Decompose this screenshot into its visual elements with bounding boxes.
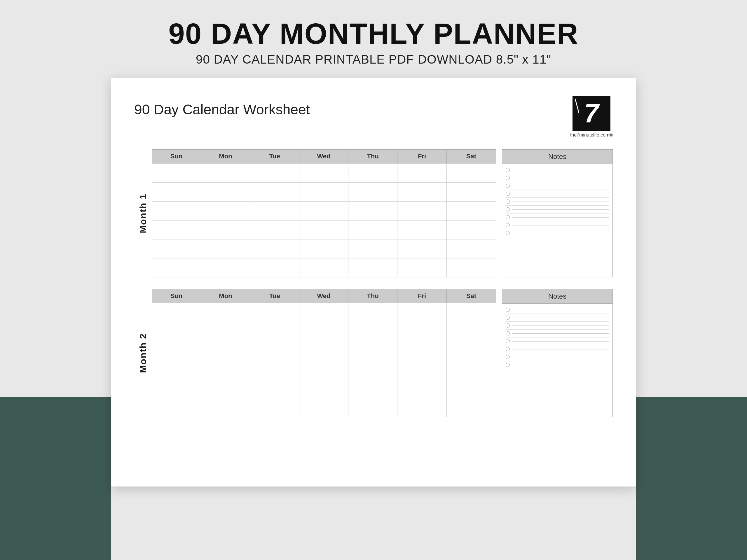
cal-cell [250, 164, 300, 182]
note-line-rule [512, 341, 609, 342]
cal-row [152, 258, 496, 277]
cal-cell [349, 398, 397, 417]
cal-cell [447, 360, 496, 379]
cal-cell [349, 220, 397, 239]
cal-cell [397, 164, 446, 182]
cal-cell [201, 322, 250, 341]
cal-cell [349, 239, 397, 258]
note-circle-icon [506, 347, 510, 351]
note-line-rule [512, 202, 609, 202]
cal-header-mon-2: Mon [201, 289, 250, 303]
month-2-label: Month 2 [138, 333, 149, 373]
cal-row [152, 182, 496, 201]
cal-body-1 [152, 163, 496, 277]
cal-cell [250, 303, 300, 322]
cal-cell [300, 303, 349, 322]
cal-cell [349, 322, 397, 341]
note-line [506, 329, 609, 338]
month-1-section: Month 1 Sun Mon Tue Wed Thu Fri Sat Note… [134, 149, 613, 277]
cal-header-sat-1: Sat [447, 150, 496, 163]
note-line [506, 306, 609, 314]
note-line-rule [512, 318, 609, 318]
cal-cell [397, 360, 446, 379]
month-2-notes: Notes [502, 289, 613, 417]
cal-cell [447, 259, 496, 277]
cal-cell [447, 239, 496, 258]
cal-cell [349, 341, 397, 360]
cal-row [152, 379, 496, 398]
note-line-rule [512, 349, 609, 349]
cal-cell [397, 183, 446, 201]
month-1-calendar: Sun Mon Tue Wed Thu Fri Sat [152, 149, 496, 277]
logo-sub: the7minutelife.com® [570, 132, 613, 138]
cal-cell [152, 322, 201, 341]
note-line-rule [512, 365, 609, 365]
cal-cell [152, 202, 201, 220]
note-line-rule [512, 194, 609, 194]
sub-title: 90 DAY CALENDAR PRINTABLE PDF DOWNLOAD 8… [169, 53, 578, 66]
cal-cell [397, 259, 446, 277]
cal-header-row-2: Sun Mon Tue Wed Thu Fri Sat [152, 289, 496, 303]
cal-cell [201, 202, 250, 220]
cal-cell [447, 183, 496, 201]
note-line [506, 361, 609, 369]
note-circle-icon [506, 192, 510, 196]
cal-cell [201, 239, 250, 258]
note-circle-icon [506, 316, 510, 320]
note-circle-icon [506, 199, 510, 204]
note-circle-icon [506, 339, 510, 343]
month-1-label-col: Month 1 [134, 149, 152, 277]
cal-cell [250, 183, 300, 201]
note-line-rule [512, 178, 609, 178]
note-circle-icon [506, 184, 510, 188]
cal-cell [349, 379, 397, 398]
cal-cell [201, 398, 250, 417]
note-line-rule [512, 209, 609, 210]
notes-body-2 [502, 303, 613, 417]
cal-cell [300, 164, 349, 182]
cal-row [152, 163, 496, 182]
note-line-rule [512, 325, 609, 326]
cal-cell [250, 259, 300, 277]
notes-body-1 [502, 164, 613, 277]
note-line [506, 322, 609, 329]
note-line [506, 229, 609, 237]
note-circle-icon [506, 215, 510, 219]
cal-cell [250, 379, 300, 398]
page-header: 90 DAY MONTHLY PLANNER 90 DAY CALENDAR P… [169, 0, 578, 78]
cal-cell [349, 202, 397, 220]
month-1-notes: Notes [502, 149, 613, 277]
paper: 90 Day Calendar Worksheet 7 the7minuteli… [111, 78, 636, 486]
cal-cell [447, 379, 496, 398]
note-line [506, 166, 609, 174]
cal-cell [300, 379, 349, 398]
note-circle-icon [506, 331, 510, 336]
note-line-rule [512, 233, 609, 233]
cal-cell [201, 259, 250, 277]
notes-header-2: Notes [502, 289, 613, 303]
cal-cell [201, 303, 250, 322]
cal-cell [397, 379, 446, 398]
notes-header-1: Notes [502, 149, 613, 164]
cal-cell [152, 379, 201, 398]
note-circle-icon [506, 231, 510, 235]
cal-cell [397, 341, 446, 360]
cal-cell [397, 220, 446, 239]
note-line [506, 190, 609, 198]
cal-cell [152, 220, 201, 239]
cal-cell [349, 360, 397, 379]
cal-header-sat-2: Sat [447, 289, 496, 303]
cal-cell [447, 341, 496, 360]
note-line [506, 345, 609, 353]
cal-cell [447, 398, 496, 417]
cal-cell [250, 322, 300, 341]
cal-cell [349, 164, 397, 182]
note-line [506, 206, 609, 213]
note-line-rule [512, 225, 609, 225]
note-line [506, 213, 609, 221]
cal-cell [152, 303, 201, 322]
corner-block-right [636, 397, 747, 560]
cal-cell [397, 239, 446, 258]
cal-cell [152, 398, 201, 417]
cal-row [152, 322, 496, 341]
